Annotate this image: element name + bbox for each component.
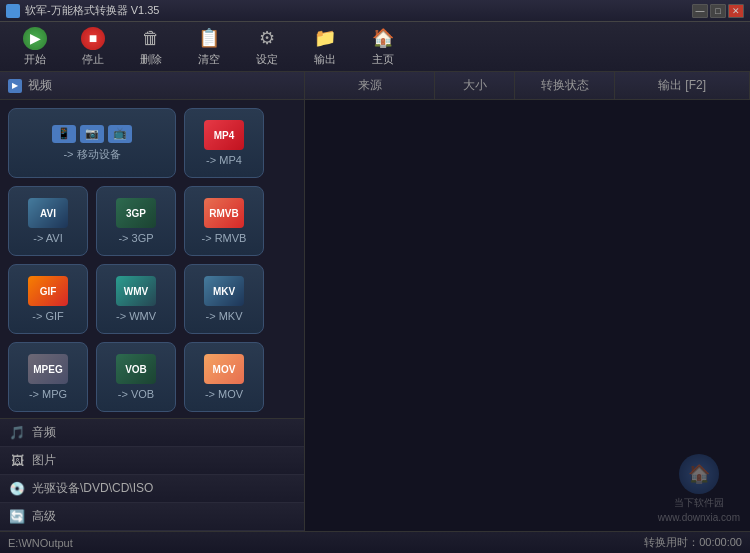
conversion-time: 转换用时：00:00:00 [644, 535, 742, 550]
format-mpg[interactable]: MPEG -> MPG [8, 342, 88, 412]
audio-label: 音频 [32, 424, 56, 441]
maximize-button[interactable]: □ [710, 4, 726, 18]
image-label: 图片 [32, 452, 56, 469]
vob-label: -> VOB [118, 388, 154, 400]
3gp-badge: 3GP [116, 198, 156, 228]
title-bar: 软军-万能格式转换器 V1.35 — □ ✕ [0, 0, 750, 22]
bottom-sections: 🎵 音频 🖼 图片 💿 光驱设备\DVD\CD\ISO 🔄 高级 [0, 418, 304, 531]
disc-label: 光驱设备\DVD\CD\ISO [32, 480, 153, 497]
gif-badge: GIF [28, 276, 68, 306]
left-panel-title: 视频 [28, 77, 52, 94]
advanced-label: 高级 [32, 508, 56, 525]
format-mobile[interactable]: 📱 📷 📺 -> 移动设备 [8, 108, 176, 178]
home-button[interactable]: 🏠 主页 [356, 25, 410, 69]
video-panel-icon: ▶ [8, 79, 22, 93]
stop-icon: ■ [81, 27, 105, 50]
status-bar: E:\WNOutput 转换用时：00:00:00 [0, 531, 750, 553]
col-status-header: 转换状态 [515, 72, 615, 99]
mp4-label: -> MP4 [206, 154, 242, 166]
phone-icon: 📱 [52, 125, 76, 143]
delete-icon: 🗑 [139, 27, 163, 50]
mobile-icons: 📱 📷 📺 [52, 125, 132, 143]
format-mp4[interactable]: MP4 -> MP4 [184, 108, 264, 178]
format-row-4: MPEG -> MPG VOB -> VOB MOV -> MOV [8, 342, 296, 412]
format-wmv[interactable]: WMV -> WMV [96, 264, 176, 334]
mkv-badge: MKV [204, 276, 244, 306]
format-row-2: AVI -> AVI 3GP -> 3GP RMVB -> RMVB [8, 186, 296, 256]
format-row-1: 📱 📷 📺 -> 移动设备 MP4 -> MP4 [8, 108, 296, 178]
mpg-badge: MPEG [28, 354, 68, 384]
delete-button[interactable]: 🗑 删除 [124, 25, 178, 69]
minimize-button[interactable]: — [692, 4, 708, 18]
close-button[interactable]: ✕ [728, 4, 744, 18]
watermark-logo: 🏠 [679, 454, 719, 494]
format-row-3: GIF -> GIF WMV -> WMV MKV -> MKV [8, 264, 296, 334]
watermark-url: www.downxia.com [658, 512, 740, 523]
main-area: ▶ 视频 📱 📷 📺 -> 移动设备 MP4 -> MP4 [0, 72, 750, 531]
tablet-icon: 📺 [108, 125, 132, 143]
format-3gp[interactable]: 3GP -> 3GP [96, 186, 176, 256]
disc-section[interactable]: 💿 光驱设备\DVD\CD\ISO [0, 475, 304, 503]
col-output-header: 输出 [F2] [615, 72, 750, 99]
avi-badge: AVI [28, 198, 68, 228]
app-icon [6, 4, 20, 18]
format-mkv[interactable]: MKV -> MKV [184, 264, 264, 334]
camera-icon: 📷 [80, 125, 104, 143]
window-controls: — □ ✕ [692, 4, 744, 18]
image-icon: 🖼 [8, 452, 26, 470]
disc-icon: 💿 [8, 480, 26, 498]
clear-button[interactable]: 📋 清空 [182, 25, 236, 69]
mkv-label: -> MKV [206, 310, 243, 322]
col-size-header: 大小 [435, 72, 515, 99]
title-bar-text: 软军-万能格式转换器 V1.35 [25, 3, 692, 18]
format-mov[interactable]: MOV -> MOV [184, 342, 264, 412]
col-source-header: 来源 [305, 72, 435, 99]
advanced-icon: 🔄 [8, 508, 26, 526]
rmvb-badge: RMVB [204, 198, 244, 228]
settings-button[interactable]: ⚙ 设定 [240, 25, 294, 69]
wmv-label: -> WMV [116, 310, 156, 322]
output-icon: 📁 [313, 27, 337, 50]
audio-section[interactable]: 🎵 音频 [0, 419, 304, 447]
format-vob[interactable]: VOB -> VOB [96, 342, 176, 412]
file-list: 🏠 当下软件园 www.downxia.com [305, 100, 750, 531]
start-button[interactable]: ▶ 开始 [8, 25, 62, 69]
left-panel-header: ▶ 视频 [0, 72, 304, 100]
mov-label: -> MOV [205, 388, 243, 400]
mp4-badge: MP4 [204, 120, 244, 150]
3gp-label: -> 3GP [118, 232, 153, 244]
home-icon: 🏠 [371, 27, 395, 50]
avi-label: -> AVI [33, 232, 62, 244]
image-section[interactable]: 🖼 图片 [0, 447, 304, 475]
vob-badge: VOB [116, 354, 156, 384]
right-panel-header: 来源 大小 转换状态 输出 [F2] [305, 72, 750, 100]
mpg-label: -> MPG [29, 388, 67, 400]
audio-icon: 🎵 [8, 424, 26, 442]
watermark: 🏠 当下软件园 www.downxia.com [658, 454, 740, 523]
settings-icon: ⚙ [255, 27, 279, 50]
format-avi[interactable]: AVI -> AVI [8, 186, 88, 256]
output-path: E:\WNOutput [8, 537, 644, 549]
right-panel: 来源 大小 转换状态 输出 [F2] 🏠 当下软件园 www.downxia.c… [305, 72, 750, 531]
mobile-label: -> 移动设备 [63, 147, 120, 162]
toolbar: ▶ 开始 ■ 停止 🗑 删除 📋 清空 ⚙ 设定 📁 输出 🏠 主页 [0, 22, 750, 72]
start-icon: ▶ [23, 27, 47, 50]
rmvb-label: -> RMVB [202, 232, 247, 244]
mov-badge: MOV [204, 354, 244, 384]
stop-button[interactable]: ■ 停止 [66, 25, 120, 69]
format-gif[interactable]: GIF -> GIF [8, 264, 88, 334]
clear-icon: 📋 [197, 27, 221, 50]
format-grid: 📱 📷 📺 -> 移动设备 MP4 -> MP4 AVI -> AVI [0, 100, 304, 418]
watermark-site: 当下软件园 [674, 496, 724, 510]
advanced-section[interactable]: 🔄 高级 [0, 503, 304, 531]
gif-label: -> GIF [32, 310, 63, 322]
format-rmvb[interactable]: RMVB -> RMVB [184, 186, 264, 256]
wmv-badge: WMV [116, 276, 156, 306]
left-panel: ▶ 视频 📱 📷 📺 -> 移动设备 MP4 -> MP4 [0, 72, 305, 531]
output-button[interactable]: 📁 输出 [298, 25, 352, 69]
